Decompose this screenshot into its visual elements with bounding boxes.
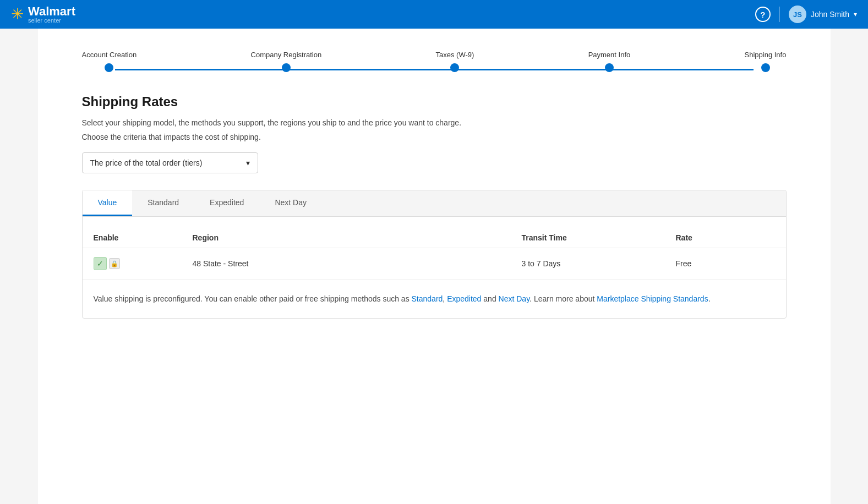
chevron-down-icon: ▾ [854, 10, 857, 18]
progress-step-shipping: Shipping Info [745, 51, 787, 72]
tab-expedited[interactable]: Expedited [194, 190, 259, 216]
tab-value[interactable]: Value [83, 190, 133, 216]
table-header-row: Enable Region Transit Time Rate [83, 228, 786, 248]
region-cell: 48 State - Street [193, 259, 522, 268]
header: ✳ Walmart seller center ? JS John Smith … [0, 0, 868, 29]
progress-line [115, 69, 754, 70]
header-divider [779, 7, 780, 22]
link-standard[interactable]: Standard [412, 294, 443, 303]
transit-cell: 3 to 7 Days [522, 259, 676, 268]
info-text-after: . Learn more about [529, 294, 597, 303]
step-label-taxes: Taxes (W-9) [435, 51, 474, 59]
seller-center-label: seller center [28, 18, 75, 24]
col-header-region: Region [193, 233, 522, 242]
table-row: ✓ 🔒 48 State - Street 3 to 7 Days Free [83, 248, 786, 280]
lock-icon: 🔒 [109, 258, 120, 269]
rate-cell: Free [676, 259, 775, 268]
tabs-container: Value Standard Expedited Next Day Enable… [82, 190, 787, 319]
user-name: John Smith [811, 10, 849, 19]
col-header-enable: Enable [94, 233, 193, 242]
col-header-rate: Rate [676, 233, 775, 242]
walmart-logo-text: Walmart [28, 6, 75, 18]
info-comma: , [443, 294, 445, 303]
main-content: Account Creation Company Registration Ta… [38, 29, 831, 504]
progress-step-payment: Payment Info [588, 51, 631, 72]
step-dot-account [105, 63, 113, 72]
step-dot-company [282, 63, 291, 72]
avatar: JS [789, 6, 806, 23]
link-expedited[interactable]: Expedited [447, 294, 481, 303]
logo-text: Walmart seller center [28, 6, 75, 24]
avatar-initials: JS [793, 10, 802, 19]
page-description: Select your shipping model, the methods … [82, 118, 787, 127]
info-period: . [708, 294, 711, 303]
tab-next-day[interactable]: Next Day [259, 190, 322, 216]
step-label-company: Company Registration [251, 51, 322, 59]
step-dot-shipping [761, 63, 770, 72]
info-text-area: Value shipping is preconfigured. You can… [83, 280, 786, 318]
tab-standard[interactable]: Standard [132, 190, 194, 216]
col-header-transit: Transit Time [522, 233, 676, 242]
checkbox-checked[interactable]: ✓ [94, 257, 107, 270]
checkbox-group: ✓ 🔒 [94, 257, 120, 270]
step-dot-payment [605, 63, 614, 72]
progress-step-taxes: Taxes (W-9) [435, 51, 474, 72]
tabs-header: Value Standard Expedited Next Day [83, 190, 786, 217]
progress-step-company: Company Registration [251, 51, 322, 72]
dropdown-selected-value: The price of the total order (tiers) [90, 158, 203, 167]
dropdown-arrow-icon: ▾ [246, 158, 250, 167]
step-label-account: Account Creation [82, 51, 137, 59]
step-dot-taxes [450, 63, 459, 72]
spark-icon: ✳ [11, 7, 24, 22]
info-and: and [481, 294, 498, 303]
page-title: Shipping Rates [82, 94, 787, 109]
user-menu-button[interactable]: JS John Smith ▾ [789, 6, 857, 23]
help-button[interactable]: ? [755, 7, 771, 22]
page-sub-description: Choose the criteria that impacts the cos… [82, 133, 787, 141]
logo: ✳ Walmart seller center [11, 6, 75, 24]
shipping-criteria-dropdown[interactable]: The price of the total order (tiers) ▾ [82, 152, 258, 173]
step-label-shipping: Shipping Info [745, 51, 787, 59]
shipping-table: Enable Region Transit Time Rate ✓ 🔒 48 S… [83, 217, 786, 280]
progress-step-account: Account Creation [82, 51, 137, 72]
link-marketplace-shipping[interactable]: Marketplace Shipping Standards [597, 294, 708, 303]
info-text-before: Value shipping is preconfigured. You can… [94, 294, 412, 303]
step-label-payment: Payment Info [588, 51, 631, 59]
header-right: ? JS John Smith ▾ [755, 6, 857, 23]
link-next-day[interactable]: Next Day [499, 294, 530, 303]
progress-bar: Account Creation Company Registration Ta… [82, 51, 787, 72]
enable-cell: ✓ 🔒 [94, 257, 193, 270]
